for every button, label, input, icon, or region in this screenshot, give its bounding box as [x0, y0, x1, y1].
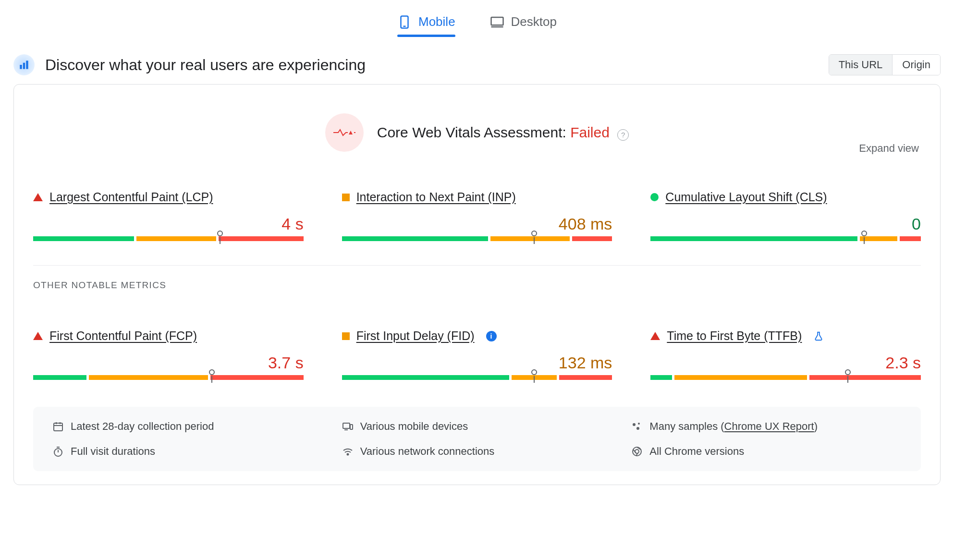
- good-indicator-icon: [650, 193, 659, 201]
- tab-mobile-label: Mobile: [418, 14, 455, 29]
- mobile-icon: [397, 15, 412, 29]
- tab-desktop[interactable]: Desktop: [487, 11, 560, 36]
- network-icon: [342, 446, 354, 457]
- svg-rect-6: [26, 61, 28, 69]
- metric-cls-name[interactable]: Cumulative Layout Shift (CLS): [665, 190, 827, 204]
- poor-indicator-icon: [33, 193, 43, 201]
- svg-point-16: [633, 423, 636, 426]
- metric-fcp-bar: [33, 375, 304, 380]
- average-indicator-icon: [342, 194, 350, 201]
- calendar-icon: [52, 421, 64, 432]
- vitals-card: Core Web Vitals Assessment: Failed ? Exp…: [13, 84, 941, 485]
- device-tabs: Mobile Desktop: [0, 0, 954, 40]
- svg-point-17: [638, 423, 640, 425]
- assessment-status: Failed: [570, 124, 610, 140]
- assessment-row: Core Web Vitals Assessment: Failed ?: [33, 113, 921, 152]
- assessment-text: Core Web Vitals Assessment: Failed ?: [377, 124, 629, 141]
- help-icon[interactable]: ?: [617, 129, 629, 141]
- crux-link[interactable]: Chrome UX Report: [724, 420, 814, 432]
- page-title: Discover what your real users are experi…: [45, 56, 818, 74]
- svg-point-18: [636, 427, 639, 430]
- toggle-origin[interactable]: Origin: [892, 55, 940, 75]
- svg-point-22: [347, 454, 348, 455]
- marker-icon: [217, 231, 223, 236]
- tab-desktop-label: Desktop: [511, 14, 557, 29]
- metric-fcp-value: 3.7 s: [33, 353, 304, 372]
- samples-icon: [631, 421, 643, 432]
- marker-icon: [861, 231, 867, 236]
- core-metrics: Largest Contentful Paint (LCP) 4 s Inter…: [33, 190, 921, 241]
- info-versions: All Chrome versions: [631, 445, 902, 458]
- svg-rect-14: [350, 425, 353, 429]
- metric-ttfb-bar: [650, 375, 921, 380]
- info-icon[interactable]: i: [486, 331, 497, 341]
- field-data-icon: [13, 54, 35, 75]
- metric-fid: First Input Delay (FID) i 132 ms: [342, 329, 612, 380]
- devices-icon: [342, 421, 354, 432]
- metric-fid-value: 132 ms: [342, 353, 612, 372]
- metric-cls-bar: [650, 236, 921, 241]
- svg-marker-7: [349, 131, 353, 134]
- average-indicator-icon: [342, 332, 350, 340]
- metric-fid-bar: [342, 375, 612, 380]
- chrome-icon: [631, 446, 643, 457]
- marker-icon: [531, 231, 537, 236]
- svg-rect-8: [354, 132, 355, 133]
- experimental-icon[interactable]: [813, 331, 824, 341]
- svg-rect-13: [343, 423, 350, 428]
- info-samples: Many samples (Chrome UX Report): [631, 420, 902, 433]
- other-metrics-label: OTHER NOTABLE METRICS: [33, 280, 921, 291]
- info-durations: Full visit durations: [52, 445, 323, 458]
- metric-inp-bar: [342, 236, 612, 241]
- pulse-icon: [325, 113, 364, 152]
- metric-cls: Cumulative Layout Shift (CLS) 0: [650, 190, 921, 241]
- marker-icon: [845, 369, 851, 375]
- desktop-icon: [490, 15, 504, 29]
- info-network: Various network connections: [342, 445, 612, 458]
- page-header: Discover what your real users are experi…: [0, 40, 954, 84]
- tab-mobile[interactable]: Mobile: [394, 11, 458, 36]
- metric-fcp: First Contentful Paint (FCP) 3.7 s: [33, 329, 304, 380]
- info-devices: Various mobile devices: [342, 420, 612, 433]
- metric-fcp-name[interactable]: First Contentful Paint (FCP): [49, 329, 197, 343]
- metric-lcp: Largest Contentful Paint (LCP) 4 s: [33, 190, 304, 241]
- toggle-this-url[interactable]: This URL: [829, 55, 893, 75]
- divider: [33, 265, 921, 266]
- metric-inp: Interaction to Next Paint (INP) 408 ms: [342, 190, 612, 241]
- other-metrics: First Contentful Paint (FCP) 3.7 s First…: [33, 329, 921, 380]
- svg-rect-9: [54, 423, 62, 431]
- marker-icon: [209, 369, 215, 375]
- metric-ttfb-value: 2.3 s: [650, 353, 921, 372]
- marker-icon: [531, 369, 537, 375]
- metric-cls-value: 0: [650, 215, 921, 233]
- svg-rect-4: [20, 65, 22, 69]
- svg-rect-5: [23, 63, 25, 69]
- poor-indicator-icon: [650, 332, 660, 340]
- expand-view-link[interactable]: Expand view: [859, 142, 919, 155]
- metric-inp-value: 408 ms: [342, 215, 612, 233]
- svg-rect-2: [491, 17, 503, 25]
- scope-toggle: This URL Origin: [829, 54, 941, 75]
- metric-inp-name[interactable]: Interaction to Next Paint (INP): [356, 190, 516, 204]
- poor-indicator-icon: [33, 332, 43, 340]
- metric-lcp-name[interactable]: Largest Contentful Paint (LCP): [49, 190, 213, 204]
- metric-fid-name[interactable]: First Input Delay (FID): [356, 329, 475, 343]
- metric-ttfb-name[interactable]: Time to First Byte (TTFB): [667, 329, 802, 343]
- info-period: Latest 28-day collection period: [52, 420, 323, 433]
- metric-lcp-value: 4 s: [33, 215, 304, 233]
- metric-ttfb: Time to First Byte (TTFB) 2.3 s: [650, 329, 921, 380]
- collection-info: Latest 28-day collection period Various …: [33, 407, 921, 471]
- assessment-prefix: Core Web Vitals Assessment:: [377, 124, 570, 140]
- metric-lcp-bar: [33, 236, 304, 241]
- stopwatch-icon: [52, 446, 64, 457]
